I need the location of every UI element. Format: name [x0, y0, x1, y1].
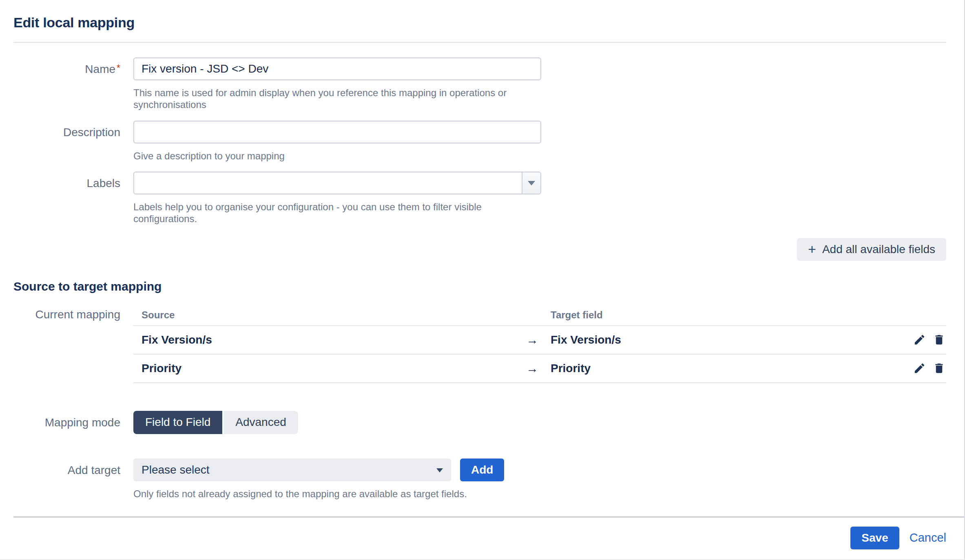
cancel-link[interactable]: Cancel — [910, 531, 946, 545]
arrow-right-icon: → — [526, 333, 551, 347]
source-field-value: Fix Version/s — [142, 333, 526, 346]
save-button[interactable]: Save — [850, 527, 899, 549]
delete-mapping-button[interactable] — [933, 333, 945, 346]
pencil-icon — [913, 333, 926, 346]
caret-down-icon — [528, 181, 535, 185]
current-mapping-row: Current mapping Source Target field Fix … — [13, 305, 946, 383]
column-header-source: Source — [142, 309, 526, 321]
target-field-select-value: Please select — [142, 463, 210, 476]
name-help-text: This name is used for admin display when… — [133, 87, 541, 111]
labels-row: Labels Labels help you to organise your … — [13, 172, 946, 225]
labels-help-text: Labels help you to organise your configu… — [133, 201, 541, 225]
name-label: Name* — [13, 57, 120, 76]
pencil-icon — [913, 362, 926, 375]
table-row: Fix Version/s → Fix Version/s — [133, 326, 946, 355]
delete-mapping-button[interactable] — [933, 362, 945, 375]
table-row: Priority → Priority — [133, 355, 946, 383]
add-all-available-fields-button[interactable]: + Add all available fields — [797, 238, 946, 261]
labels-label: Labels — [13, 172, 120, 190]
add-target-label: Add target — [13, 459, 120, 477]
plus-icon: + — [808, 242, 816, 256]
add-target-button[interactable]: Add — [460, 459, 504, 481]
labels-dropdown-button[interactable] — [522, 172, 540, 194]
mapping-mode-field-to-field-button[interactable]: Field to Field — [133, 411, 222, 434]
mapping-mode-label: Mapping mode — [13, 411, 120, 429]
description-row: Description Give a description to your m… — [13, 121, 946, 162]
target-field-value: Priority — [551, 362, 901, 375]
footer-actions: Save Cancel — [0, 518, 964, 549]
mapping-mode-segmented-control: Field to Field Advanced — [133, 411, 298, 434]
required-asterisk: * — [117, 63, 120, 73]
description-input[interactable] — [133, 121, 541, 143]
name-row: Name* This name is used for admin displa… — [13, 57, 946, 111]
trash-icon — [933, 362, 945, 375]
edit-mapping-button[interactable] — [913, 333, 926, 346]
edit-local-mapping-panel: Edit local mapping Name* This name is us… — [0, 0, 965, 560]
column-header-target-field: Target field — [551, 309, 901, 321]
add-target-help-text: Only fields not already assigned to the … — [133, 488, 504, 500]
target-field-value: Fix Version/s — [551, 333, 901, 346]
description-label: Description — [13, 121, 120, 139]
source-field-value: Priority — [142, 362, 526, 375]
page-title: Edit local mapping — [13, 15, 946, 31]
title-divider — [13, 42, 946, 43]
labels-input[interactable] — [133, 172, 541, 194]
add-all-available-fields-label: Add all available fields — [822, 243, 935, 256]
target-field-select[interactable]: Please select — [133, 459, 451, 481]
mapping-mode-advanced-button[interactable]: Advanced — [224, 411, 298, 434]
edit-mapping-button[interactable] — [913, 362, 926, 375]
mapping-table: Source Target field Fix Version/s → Fix … — [133, 305, 946, 383]
arrow-right-icon: → — [526, 362, 551, 375]
current-mapping-label: Current mapping — [13, 305, 120, 321]
mapping-table-header: Source Target field — [133, 305, 946, 326]
add-target-row: Add target Please select Add Only fields… — [13, 459, 946, 500]
section-title-source-to-target-mapping: Source to target mapping — [13, 280, 946, 293]
caret-down-icon — [436, 468, 443, 472]
mapping-mode-row: Mapping mode Field to Field Advanced — [13, 411, 946, 434]
trash-icon — [933, 333, 945, 346]
name-input[interactable] — [133, 57, 541, 80]
description-help-text: Give a description to your mapping — [133, 150, 541, 162]
